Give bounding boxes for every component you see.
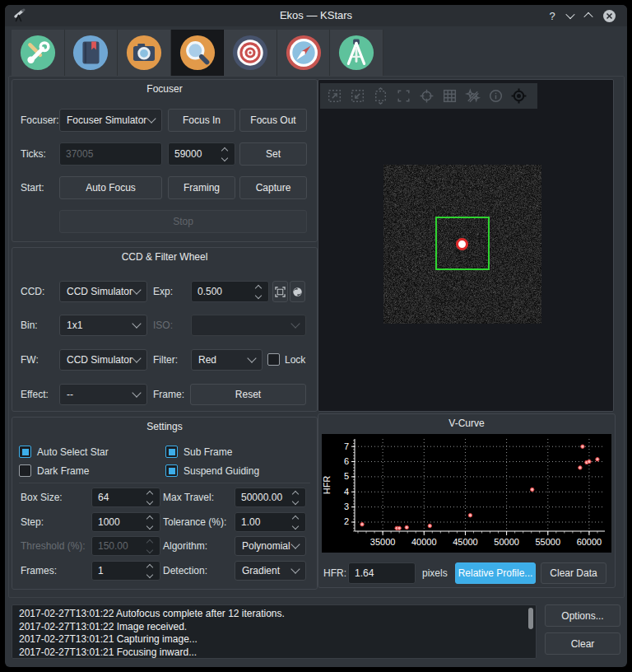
exposure-spinbox[interactable]: 0.500 xyxy=(191,281,269,302)
log-scrollbar-thumb[interactable] xyxy=(528,608,533,629)
svg-text:60000: 60000 xyxy=(577,537,602,547)
hfr-value-field[interactable]: 1.64 xyxy=(348,562,416,584)
frames-spinbox[interactable]: 1 xyxy=(91,561,160,581)
svg-text:50000: 50000 xyxy=(494,537,519,547)
titlebar[interactable]: Ekos — KStars ? xyxy=(5,5,627,26)
galaxy-icon xyxy=(292,287,303,297)
focuser-group-title: Focuser xyxy=(12,83,317,95)
max-travel-spinbox[interactable]: 50000.00 xyxy=(235,488,306,507)
svg-text:5: 5 xyxy=(344,471,349,481)
svg-text:40000: 40000 xyxy=(411,537,437,547)
binning-combo[interactable]: 1x1 xyxy=(59,315,147,336)
sub-frame-checkbox[interactable] xyxy=(165,446,178,458)
help-button[interactable]: ? xyxy=(545,8,560,23)
center-telescope-button[interactable] xyxy=(415,86,438,106)
auto-select-star-label: Auto Select Star xyxy=(37,446,109,458)
toggle-subframe-button[interactable] xyxy=(272,281,288,302)
close-button[interactable] xyxy=(602,8,616,23)
image-info-button[interactable] xyxy=(484,86,507,106)
live-preview-button[interactable] xyxy=(290,281,305,302)
tolerance-value: 1.00 xyxy=(235,516,289,528)
spinner-arrows-icon[interactable] xyxy=(143,565,160,577)
tolerance-spinbox[interactable]: 1.00 xyxy=(235,512,306,532)
svg-text:7: 7 xyxy=(344,441,349,451)
step-spinbox[interactable]: 1000 xyxy=(91,512,160,532)
options-button[interactable]: Options... xyxy=(545,604,620,627)
effect-combo[interactable]: -- xyxy=(59,384,147,405)
auto-select-star-checkbox[interactable] xyxy=(19,446,31,458)
detection-value: Gradient xyxy=(242,565,280,576)
ccd-group-title: CCD & Filter Wheel xyxy=(12,251,317,263)
filter-wheel-combo[interactable]: CCD Simulator xyxy=(59,349,147,371)
algorithm-value: Polynomial xyxy=(242,540,290,552)
detection-label: Detection: xyxy=(163,565,207,576)
track-box-button[interactable] xyxy=(507,86,530,106)
stop-button[interactable]: Stop xyxy=(59,210,307,233)
focus-in-button[interactable]: Focus In xyxy=(168,109,235,132)
focus-out-button[interactable]: Focus Out xyxy=(239,109,307,132)
focuser-device-combo[interactable]: Focuser Simulator xyxy=(59,109,162,132)
toggle-grid-button[interactable] xyxy=(438,86,461,106)
hfr-units-label: pixels xyxy=(422,567,448,579)
tab-guide[interactable] xyxy=(277,30,331,76)
fits-image[interactable] xyxy=(383,165,541,324)
maximize-button[interactable] xyxy=(581,8,596,23)
tab-focus[interactable] xyxy=(171,30,225,76)
box-size-label: Box Size: xyxy=(21,492,63,503)
svg-text:45000: 45000 xyxy=(453,537,478,547)
zoom-actual-size-button[interactable] xyxy=(392,86,415,106)
tab-mount[interactable] xyxy=(330,30,383,76)
suspend-guiding-checkbox[interactable] xyxy=(165,464,178,477)
chevron-down-icon xyxy=(247,353,256,362)
actual-size-icon xyxy=(395,87,412,105)
fits-view-panel xyxy=(318,79,614,412)
tools-icon xyxy=(19,34,57,72)
auto-focus-button[interactable]: Auto Focus xyxy=(59,176,162,199)
set-button[interactable]: Set xyxy=(239,142,307,166)
reset-frame-button[interactable]: Reset xyxy=(190,384,306,405)
ticks-target-spinbox[interactable]: 59000 xyxy=(168,142,235,166)
tab-align[interactable] xyxy=(224,30,277,76)
spinner-arrows-icon[interactable] xyxy=(289,492,305,504)
frame-label: Frame: xyxy=(153,389,184,400)
lock-label: Lock xyxy=(285,354,305,366)
frames-label: Frames: xyxy=(21,565,57,576)
log-view[interactable]: 2017-02-27T13:01:22 Autofocus complete a… xyxy=(12,604,537,659)
dark-frame-checkbox[interactable] xyxy=(19,464,31,477)
zoom-in-icon xyxy=(326,87,343,105)
toggle-stars-button[interactable] xyxy=(461,86,484,106)
spinner-arrows-icon[interactable] xyxy=(289,516,305,529)
spinner-arrows-icon[interactable] xyxy=(143,492,160,504)
filter-combo[interactable]: Red xyxy=(191,349,263,371)
spinner-arrows-icon[interactable] xyxy=(252,286,268,298)
bin-label: Bin: xyxy=(21,320,38,331)
tab-scheduler[interactable] xyxy=(65,30,118,76)
relative-profile-button[interactable]: Relative Profile... xyxy=(455,562,536,584)
step-value: 1000 xyxy=(92,516,143,528)
crossed-stars-icon xyxy=(464,87,481,105)
tab-capture[interactable] xyxy=(118,30,171,76)
ccd-device-combo[interactable]: CCD Simulator xyxy=(59,281,147,302)
framing-button[interactable]: Framing xyxy=(168,176,235,199)
minimize-button[interactable] xyxy=(563,8,578,23)
box-size-spinbox[interactable]: 64 xyxy=(91,488,160,507)
focuser-label: Focuser: xyxy=(21,114,59,126)
vcurve-plot: 234567350004000045000500005500060000HFR xyxy=(322,434,611,553)
spinner-arrows-icon[interactable] xyxy=(218,148,235,161)
detection-combo[interactable]: Gradient xyxy=(235,561,306,581)
zoom-out-button[interactable] xyxy=(346,86,369,106)
chevron-down-icon xyxy=(290,564,300,573)
tab-setup[interactable] xyxy=(12,30,65,76)
spinner-arrows-icon[interactable] xyxy=(143,516,160,529)
algorithm-combo[interactable]: Polynomial xyxy=(235,536,306,556)
magnifier-icon xyxy=(179,34,216,72)
fw-label: FW: xyxy=(21,354,39,366)
sub-frame-label: Sub Frame xyxy=(184,446,232,458)
zoom-in-button[interactable] xyxy=(323,86,346,106)
clear-log-button[interactable]: Clear xyxy=(545,632,620,655)
capture-button[interactable]: Capture xyxy=(239,176,307,199)
filter-lock-checkbox[interactable] xyxy=(267,353,280,366)
crosshair-circle-icon xyxy=(418,87,435,105)
clear-data-button[interactable]: Clear Data xyxy=(541,562,606,584)
zoom-fit-button[interactable] xyxy=(369,86,392,106)
